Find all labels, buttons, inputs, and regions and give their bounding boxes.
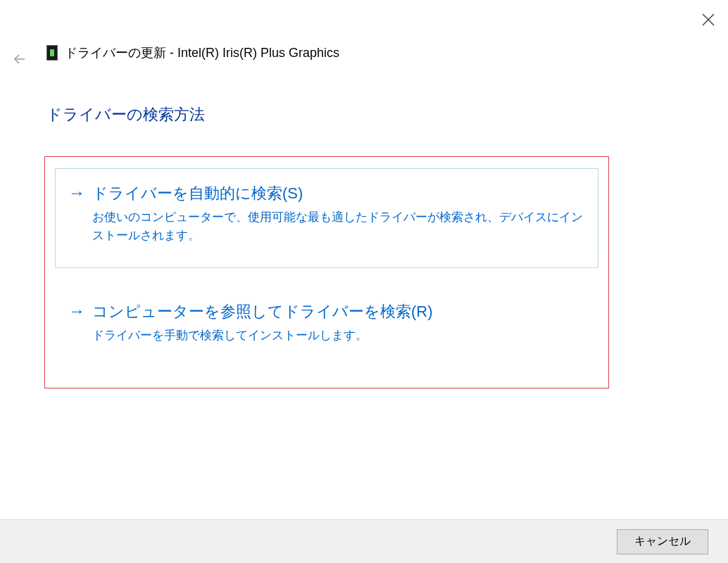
footer-bar: キャンセル xyxy=(0,519,728,563)
page-heading: ドライバーの検索方法 xyxy=(46,104,205,125)
option-title-row: → コンピューターを参照してドライバーを検索(R) xyxy=(68,301,585,322)
option-description: ドライバーを手動で検索してインストールします。 xyxy=(92,327,585,345)
arrow-right-icon: → xyxy=(68,183,85,203)
back-button[interactable] xyxy=(11,51,28,68)
arrow-right-icon: → xyxy=(68,301,85,321)
close-icon xyxy=(702,13,715,26)
option-title: ドライバーを自動的に検索(S) xyxy=(92,183,303,204)
device-icon xyxy=(46,45,58,61)
option-title-row: → ドライバーを自動的に検索(S) xyxy=(68,183,585,204)
option-auto-search[interactable]: → ドライバーを自動的に検索(S) お使いのコンピューターで、使用可能な最も適し… xyxy=(55,168,598,268)
option-manual-search[interactable]: → コンピューターを参照してドライバーを検索(R) ドライバーを手動で検索してイ… xyxy=(55,286,598,368)
close-button[interactable] xyxy=(701,13,715,27)
options-container: → ドライバーを自動的に検索(S) お使いのコンピューターで、使用可能な最も適し… xyxy=(44,156,609,388)
window-title: ドライバーの更新 - Intel(R) Iris(R) Plus Graphic… xyxy=(65,44,339,61)
back-arrow-icon xyxy=(13,52,27,66)
option-title: コンピューターを参照してドライバーを検索(R) xyxy=(92,301,433,322)
window-title-row: ドライバーの更新 - Intel(R) Iris(R) Plus Graphic… xyxy=(46,44,339,61)
option-description: お使いのコンピューターで、使用可能な最も適したドライバーが検索され、デバイスにイ… xyxy=(92,208,585,245)
cancel-button[interactable]: キャンセル xyxy=(617,529,708,555)
